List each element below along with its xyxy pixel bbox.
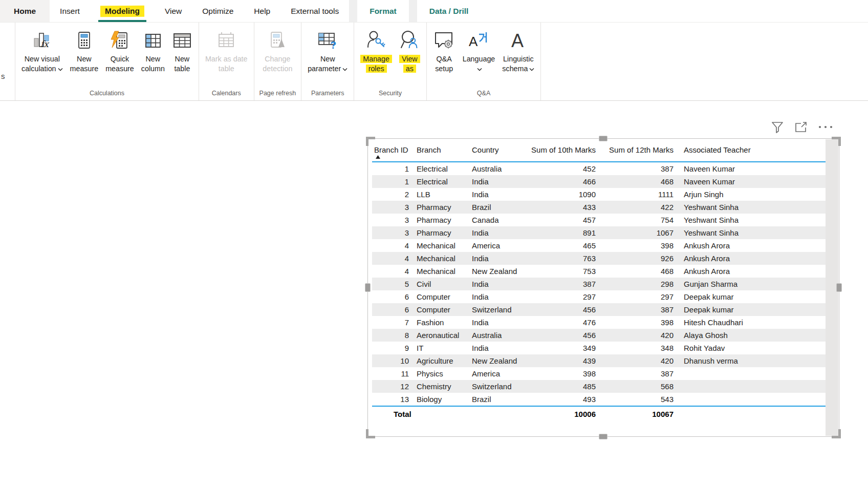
table-cell: 468 xyxy=(600,175,678,188)
svg-text:fx: fx xyxy=(40,39,50,49)
group-label-qa: Q&A xyxy=(430,89,538,99)
table-row[interactable]: 6ComputerSwitzerland456387Deepak kumar xyxy=(372,303,826,316)
tab-optimize[interactable]: Optimize xyxy=(192,0,244,22)
table-row[interactable]: 3PharmacyCanada457754Yeshwant Sinha xyxy=(372,214,826,226)
table-row[interactable]: 4MechanicalAmerica465398Ankush Arora xyxy=(372,239,826,252)
menu-spacer xyxy=(349,0,357,22)
table-cell: Pharmacy xyxy=(413,214,468,226)
manage-roles-button[interactable]: Manage roles xyxy=(357,27,395,76)
column-header[interactable]: Branch xyxy=(413,143,468,154)
table-cell: Deepak kumar xyxy=(678,303,826,316)
table-cell xyxy=(678,380,826,393)
table-cell: India xyxy=(468,252,526,265)
tab-data-drill[interactable]: Data / Drill xyxy=(417,0,481,22)
tab-format[interactable]: Format xyxy=(357,0,409,22)
table-cell: 298 xyxy=(600,278,678,290)
table-cell: Biology xyxy=(413,393,468,406)
ribbon-group-qa: Q&A setup A Language xyxy=(427,23,541,100)
column-header[interactable]: Associated Teacher xyxy=(678,143,826,154)
table-cell: Ankush Arora xyxy=(678,265,826,278)
chevron-down-icon xyxy=(342,68,348,71)
table-cell: Civil xyxy=(413,278,468,290)
column-header[interactable]: Sum of 10th Marks xyxy=(526,143,600,154)
table-visual[interactable]: Branch IDBranchCountrySum of 10th MarksS… xyxy=(367,138,839,437)
tab-help[interactable]: Help xyxy=(244,0,280,22)
tab-home[interactable]: Home xyxy=(0,0,50,22)
table-row[interactable]: 3PharmacyBrazil433422Yeshwant Sinha xyxy=(372,201,826,214)
table-cell: 9 xyxy=(372,342,413,354)
table-row[interactable]: 9ITIndia349348Rohit Yadav xyxy=(372,342,826,354)
table-cell: 753 xyxy=(526,265,600,278)
table-row[interactable]: 12ChemistrySwitzerland485568 xyxy=(372,380,826,393)
table-row[interactable]: 7FashionIndia476398Hitesh Chaudhari xyxy=(372,316,826,329)
table-cell: Hitesh Chaudhari xyxy=(678,316,826,329)
change-detection-button[interactable]: Change detection xyxy=(259,27,295,76)
table-cell: Pharmacy xyxy=(413,226,468,239)
table-row[interactable]: 10AgricultureNew Zealand439420Dhanush ve… xyxy=(372,354,826,367)
tab-insert[interactable]: Insert xyxy=(50,0,90,22)
new-column-button[interactable]: New column xyxy=(138,27,168,76)
visual-header-toolbar xyxy=(771,120,833,134)
table-row[interactable]: 1ElectricalIndia466468Naveen Kumar xyxy=(372,175,826,188)
table-row[interactable]: 3PharmacyIndia8911067Yeshwant Sinha xyxy=(372,226,826,239)
resize-handle-top-right[interactable] xyxy=(832,137,841,146)
table-row[interactable]: 2LLBIndia10901111Arjun Singh xyxy=(372,188,826,201)
table-cell xyxy=(678,393,826,406)
group-label-calculations: Calculations xyxy=(18,89,196,99)
more-options-icon[interactable] xyxy=(818,125,833,129)
table-cell: 5 xyxy=(372,278,413,290)
resize-handle-right[interactable] xyxy=(836,283,842,292)
resize-handle-left[interactable] xyxy=(365,283,371,292)
resize-handle-top[interactable] xyxy=(599,136,607,141)
tab-view[interactable]: View xyxy=(155,0,192,22)
table-cell: 433 xyxy=(526,201,600,214)
new-table-button[interactable]: New table xyxy=(169,27,196,76)
column-header[interactable]: Country xyxy=(468,143,526,154)
report-canvas[interactable]: Branch IDBranchCountrySum of 10th MarksS… xyxy=(0,101,868,484)
new-parameter-icon: ? xyxy=(317,29,338,52)
new-visual-calculation-button[interactable]: fx New visual calculation xyxy=(18,27,66,76)
svg-text:?: ? xyxy=(330,39,336,51)
column-header[interactable]: Sum of 12th Marks xyxy=(600,143,678,154)
qa-setup-button[interactable]: Q&A setup xyxy=(430,27,459,76)
tab-external-tools[interactable]: External tools xyxy=(280,0,349,22)
quick-measure-button[interactable]: Quick measure xyxy=(102,27,137,76)
table-cell: India xyxy=(468,188,526,201)
table-cell: 422 xyxy=(600,201,678,214)
table-cell: 3 xyxy=(372,201,413,214)
table-row[interactable]: 5CivilIndia387298Gunjan Sharma xyxy=(372,278,826,290)
new-parameter-button[interactable]: ? New parameter xyxy=(305,27,351,76)
view-as-button[interactable]: View as xyxy=(396,27,423,76)
table-cell: Switzerland xyxy=(468,303,526,316)
new-column-icon xyxy=(143,29,163,52)
table-row[interactable]: 13BiologyBrazil493543 xyxy=(372,393,826,406)
language-button[interactable]: A Language xyxy=(460,27,498,76)
table-cell: Electrical xyxy=(413,175,468,188)
table-row[interactable]: 11PhysicsAmerica398387 xyxy=(372,367,826,380)
tab-modeling[interactable]: Modeling xyxy=(90,0,155,22)
table-row[interactable]: 6ComputerIndia297297Deepak kumar xyxy=(372,290,826,303)
total-sum-12th: 10067 xyxy=(600,407,678,421)
column-header[interactable]: Branch ID xyxy=(372,143,413,159)
table-cell: 456 xyxy=(526,303,600,316)
resize-handle-bottom-right[interactable] xyxy=(832,429,841,438)
focus-mode-icon[interactable] xyxy=(794,121,808,133)
linguistic-schema-button[interactable]: A Linguistic schema xyxy=(499,27,537,76)
table-row[interactable]: 4MechanicalIndia763926Ankush Arora xyxy=(372,252,826,265)
table-total-row: Total 10006 10067 xyxy=(372,406,826,421)
table-cell: 452 xyxy=(526,162,600,175)
new-measure-button[interactable]: New measure xyxy=(67,27,102,76)
resize-handle-bottom-left[interactable] xyxy=(366,429,375,438)
table-row[interactable]: 4MechanicalNew Zealand753468Ankush Arora xyxy=(372,265,826,278)
table-cell xyxy=(678,367,826,380)
view-as-icon xyxy=(399,29,420,52)
table-row[interactable]: 8AeronauticalAustralia456420Alaya Ghosh xyxy=(372,329,826,342)
resize-handle-top-left[interactable] xyxy=(366,137,375,146)
resize-handle-bottom[interactable] xyxy=(599,434,607,439)
table-row[interactable]: 1ElectricalAustralia452387Naveen Kumar xyxy=(372,162,826,175)
table-cell: 457 xyxy=(526,214,600,226)
mark-as-date-table-button[interactable]: Mark as date table xyxy=(202,27,251,76)
filter-icon[interactable] xyxy=(771,120,784,134)
table-cell: Mechanical xyxy=(413,265,468,278)
table-cell: 1067 xyxy=(600,226,678,239)
